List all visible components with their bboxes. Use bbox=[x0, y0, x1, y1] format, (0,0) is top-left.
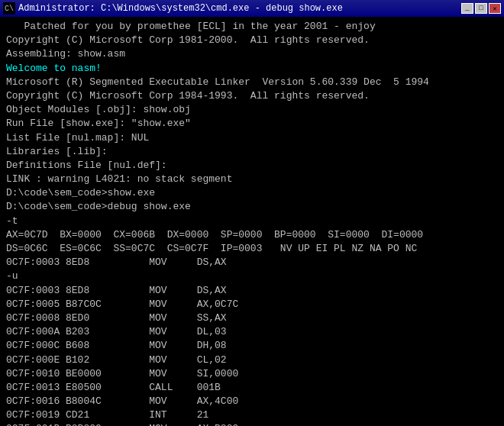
console-line: 0C7F:0010 BE0000 MOV SI,0000 bbox=[6, 367, 498, 381]
console-line: 0C7F:000A B203 MOV DL,03 bbox=[6, 325, 498, 339]
console-line: D:\code\sem_code>show.exe bbox=[6, 186, 498, 200]
title-bar-left: C\ Administrator: C:\Windows\system32\cm… bbox=[3, 2, 343, 15]
window: C\ Administrator: C:\Windows\system32\cm… bbox=[0, 0, 504, 426]
console-line: -t bbox=[6, 215, 498, 228]
console-line: Microsoft (R) Segmented Executable Linke… bbox=[6, 76, 498, 89]
console-line: AX=0C7D BX=0000 CX=006B DX=0000 SP=0000 … bbox=[6, 228, 498, 242]
console-line: 0C7F:0019 CD21 INT 21 bbox=[6, 408, 498, 422]
console-line: Libraries [.lib]: bbox=[6, 145, 498, 159]
console-line: DS=0C6C ES=0C6C SS=0C7C CS=0C7F IP=0003 … bbox=[6, 242, 498, 256]
console-line: Patched for you by promethee [ECL] in th… bbox=[6, 20, 498, 34]
title-controls: _ □ ✕ bbox=[461, 3, 501, 14]
console-line: 0C7F:0003 8ED8 MOV DS,AX bbox=[6, 256, 498, 269]
console-line: 0C7F:0003 8ED8 MOV DS,AX bbox=[6, 284, 498, 298]
console-line: Assembling: show.asm bbox=[6, 47, 498, 61]
maximize-button[interactable]: □ bbox=[475, 3, 487, 14]
console-output: Patched for you by promethee [ECL] in th… bbox=[0, 17, 504, 426]
console-line: 0C7F:000C B608 MOV DH,08 bbox=[6, 339, 498, 353]
console-line: 0C7F:000E B102 MOV CL,02 bbox=[6, 353, 498, 367]
console-line: 0C7F:0016 B8004C MOV AX,4C00 bbox=[6, 395, 498, 408]
console-line: 0C7F:0005 B87C0C MOV AX,0C7C bbox=[6, 298, 498, 311]
minimize-button[interactable]: _ bbox=[461, 3, 473, 14]
console-line: Definitions File [nul.def]: bbox=[6, 159, 498, 173]
window-icon: C\ bbox=[3, 2, 15, 15]
console-line: List File [nul.map]: NUL bbox=[6, 131, 498, 145]
console-line: Copyright (C) Microsoft Corp 1981-2000. … bbox=[6, 34, 498, 47]
console-line: -u bbox=[6, 269, 498, 283]
console-line: Run File [show.exe]: "show.exe" bbox=[6, 117, 498, 131]
title-bar: C\ Administrator: C:\Windows\system32\cm… bbox=[0, 0, 504, 17]
console-line: 0C7F:0013 E80500 CALL 001B bbox=[6, 381, 498, 395]
close-button[interactable]: ✕ bbox=[489, 3, 501, 14]
console-line: 0C7F:001B B8B800 MOV AX,B800 bbox=[6, 422, 498, 426]
console-line: LINK : warning L4021: no stack segment bbox=[6, 173, 498, 186]
title-text: Administrator: C:\Windows\system32\cmd.e… bbox=[18, 3, 343, 14]
console-line: 0C7F:0008 8ED0 MOV SS,AX bbox=[6, 311, 498, 325]
console-line: Object Modules [.obj]: show.obj bbox=[6, 103, 498, 117]
console-line: Copyright (C) Microsoft Corp 1984-1993. … bbox=[6, 89, 498, 103]
console-line: D:\code\sem_code>debug show.exe bbox=[6, 200, 498, 214]
console-line: Welcome to nasm! bbox=[6, 62, 498, 76]
